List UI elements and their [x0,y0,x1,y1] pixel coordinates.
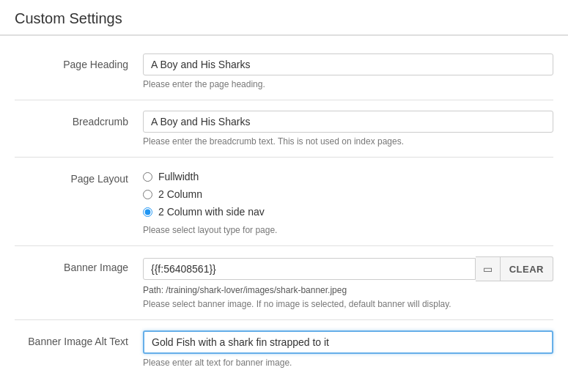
breadcrumb-label: Breadcrumb [15,111,143,127]
page-layout-content: Fullwidth 2 Column 2 Column with side na… [143,168,553,235]
page-title: Custom Settings [15,10,553,27]
page-heading-label: Page Heading [15,53,143,70]
banner-clear-button[interactable]: CLEAR [501,256,553,281]
banner-image-input[interactable] [143,258,476,280]
radio-fullwidth-input[interactable] [143,172,152,182]
breadcrumb-row: Breadcrumb Please enter the breadcrumb t… [15,100,553,157]
banner-icon-button[interactable]: ▭ [476,256,501,281]
banner-alt-text-input[interactable] [143,330,553,354]
page-heading-input[interactable] [143,53,553,75]
page-heading-row: Page Heading Please enter the page headi… [15,43,553,100]
page-header: Custom Settings [0,0,568,36]
banner-alt-text-help: Please enter alt text for banner image. [143,358,553,368]
radio-fullwidth-label: Fullwidth [158,171,199,182]
banner-image-content: ▭ CLEAR Path: /training/shark-lover/imag… [143,256,553,309]
banner-alt-text-label: Banner Image Alt Text [15,330,143,347]
form-container: Page Heading Please enter the page headi… [0,36,568,385]
page-layout-help: Please select layout type for page. [143,225,553,235]
page-layout-label: Page Layout [15,168,143,185]
banner-alt-text-row: Banner Image Alt Text Please enter alt t… [15,320,553,378]
breadcrumb-content: Please enter the breadcrumb text. This i… [143,111,553,147]
banner-path: Path: /training/shark-lover/images/shark… [143,285,553,295]
page-heading-content: Please enter the page heading. [143,53,553,89]
radio-2column-side[interactable]: 2 Column with side nav [143,206,553,218]
banner-image-label: Banner Image [15,256,143,273]
radio-2column-side-input[interactable] [143,207,152,217]
page-layout-row: Page Layout Fullwidth 2 Column 2 Column … [15,158,553,245]
breadcrumb-help: Please enter the breadcrumb text. This i… [143,136,553,147]
radio-2column-side-label: 2 Column with side nav [158,206,265,218]
radio-2column-label: 2 Column [158,188,202,200]
banner-alt-text-content: Please enter alt text for banner image. [143,330,553,368]
banner-image-help: Please select banner image. If no image … [143,299,553,309]
breadcrumb-input[interactable] [143,111,553,133]
radio-group: Fullwidth 2 Column 2 Column with side na… [143,168,553,218]
banner-image-row: Banner Image ▭ CLEAR Path: /training/sha… [15,246,553,319]
radio-2column-input[interactable] [143,190,152,199]
page-heading-help: Please enter the page heading. [143,79,553,89]
banner-input-row: ▭ CLEAR [143,256,553,281]
radio-2column[interactable]: 2 Column [143,188,553,200]
radio-fullwidth[interactable]: Fullwidth [143,171,553,182]
